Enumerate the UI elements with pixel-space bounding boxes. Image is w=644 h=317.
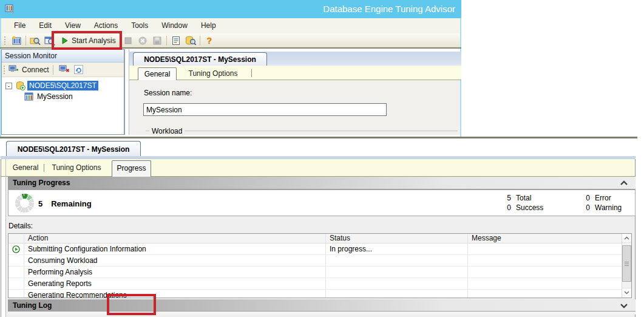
help-button[interactable]: ? [202, 35, 217, 47]
status-cell [326, 290, 468, 298]
message-cell [468, 290, 621, 298]
action-cell: Generating Recommendations [24, 290, 326, 298]
highlight-box-start-analysis [52, 31, 122, 50]
status-cell: In progress... [326, 244, 468, 254]
table-row[interactable]: Generating Reports [8, 278, 622, 290]
session-name-input[interactable] [143, 103, 387, 116]
tree-row-server[interactable]: - NODE5\SQL2017ST [2, 80, 124, 91]
disconnect-button[interactable] [57, 64, 72, 76]
toolbar-grip[interactable] [4, 66, 7, 74]
screenshot-canvas: Database Engine Tuning Advisor File Edit… [0, 0, 644, 317]
menu-window[interactable]: Window [155, 18, 194, 33]
progress-stats: 5 Total 0 Error 0 Success 0 Warning [494, 194, 644, 213]
refresh-button[interactable] [72, 64, 86, 76]
highlight-box-progress-tab [107, 294, 156, 315]
scroll-up-button[interactable] [622, 234, 631, 243]
row-status-cell [8, 244, 24, 254]
row-status-cell [8, 278, 24, 289]
window-title: Database Engine Tuning Advisor [323, 0, 455, 18]
progress-summary-panel: 5 Remaining 5 Total 0 Error 0 Success 0 … [8, 189, 636, 216]
status-cell [326, 278, 468, 289]
thumb-grip [625, 262, 629, 262]
row-status-cell [8, 255, 24, 266]
progress-spinner-hole [20, 199, 29, 208]
column-header-status[interactable]: Status [326, 234, 468, 243]
save-button[interactable] [150, 35, 164, 47]
table-row[interactable]: Submitting Configuration Information In … [8, 244, 622, 255]
thumb-grip [625, 264, 629, 264]
database-magnifier-icon [185, 36, 196, 46]
remaining-label: Remaining [51, 199, 91, 208]
panel-border [1, 159, 1, 317]
chevron-down-icon[interactable] [620, 303, 628, 308]
session-icon [24, 92, 34, 101]
stat-error-label: Error [595, 194, 644, 203]
session-monitor-toolbar: Connect [2, 63, 124, 77]
cancel-icon [138, 36, 147, 45]
app-icon [5, 4, 15, 15]
action-cell: Submitting Configuration Information [24, 244, 326, 254]
menu-tools[interactable]: Tools [124, 18, 155, 33]
scroll-down-button[interactable] [622, 288, 631, 297]
import-definition-button[interactable] [169, 35, 183, 47]
open-session-button[interactable] [28, 35, 42, 47]
document-icon [172, 36, 180, 46]
toolbar-grip[interactable] [4, 36, 7, 45]
stop-analysis-button[interactable] [121, 35, 135, 47]
evaluate-recommendations-button[interactable] [183, 35, 198, 47]
panel-splitter[interactable] [124, 49, 125, 135]
document-tab[interactable]: NODE5\SQL2017ST - MySession [6, 141, 141, 157]
connect-icon [8, 65, 19, 74]
chevron-up-icon[interactable] [620, 180, 628, 186]
help-icon: ? [206, 36, 212, 46]
toolbar-separator [53, 65, 53, 75]
session-monitor-title: Session Monitor [2, 50, 124, 63]
stat-total-value: 5 [494, 194, 511, 203]
session-name-label: Session name: [144, 89, 192, 97]
document-tab[interactable]: NODE5\SQL2017ST - MySession [133, 52, 267, 66]
menu-help[interactable]: Help [194, 18, 223, 33]
details-label: Details: [8, 222, 33, 230]
column-header-message[interactable]: Message [468, 234, 621, 243]
tree-node-session[interactable]: MySession [37, 92, 73, 101]
tab-tuning-options[interactable]: Tuning Options [49, 162, 104, 174]
column-header-action[interactable]: Action [24, 234, 326, 243]
progress-spinner-icon [15, 194, 34, 213]
row-status-cell [8, 267, 24, 278]
scroll-down-icon [624, 291, 629, 295]
tree-row-session[interactable]: MySession [2, 91, 124, 102]
action-cell: Generating Reports [24, 278, 326, 289]
tree-node-server[interactable]: NODE5\SQL2017ST [27, 81, 98, 90]
table-row[interactable]: Generating Recommendations [8, 290, 622, 298]
remaining-count: 5 [38, 199, 42, 208]
column-header-icon[interactable] [8, 234, 24, 243]
scrollbar-thumb[interactable] [622, 245, 631, 282]
cancel-button[interactable] [135, 35, 150, 47]
tuning-log-section-header[interactable]: Tuning Log [8, 299, 636, 312]
stat-error-value: 0 [573, 194, 590, 203]
collapse-expander-icon[interactable]: - [5, 83, 12, 89]
tab-general[interactable]: General [11, 162, 40, 174]
stat-warning-label: Warning [595, 203, 644, 213]
save-icon [153, 36, 161, 45]
tuning-progress-section-header[interactable]: Tuning Progress [8, 177, 636, 189]
action-cell: Performing Analysis [24, 267, 326, 278]
session-monitor-panel: Session Monitor Connect [1, 49, 124, 135]
vertical-scrollbar[interactable] [622, 234, 631, 298]
new-session-button[interactable] [9, 35, 24, 47]
connect-button[interactable]: Connect [8, 65, 49, 74]
remaining-status: 5 Remaining [38, 190, 92, 217]
menu-file[interactable]: File [7, 18, 32, 33]
tab-separator [251, 69, 252, 77]
dta-main-window: Database Engine Tuning Advisor File Edit… [0, 0, 461, 138]
stat-warning-value: 0 [573, 203, 590, 213]
tuning-log-title: Tuning Log [13, 301, 52, 310]
table-row[interactable]: Consuming Workload [8, 255, 622, 267]
tab-progress[interactable]: Progress [112, 160, 151, 177]
tab-tuning-options[interactable]: Tuning Options [180, 67, 246, 80]
new-session-icon [12, 36, 22, 46]
tab-general[interactable]: General [138, 67, 177, 80]
details-table-header: Action Status Message [8, 234, 622, 244]
table-row[interactable]: Performing Analysis [8, 267, 622, 278]
row-status-cell [8, 290, 24, 298]
